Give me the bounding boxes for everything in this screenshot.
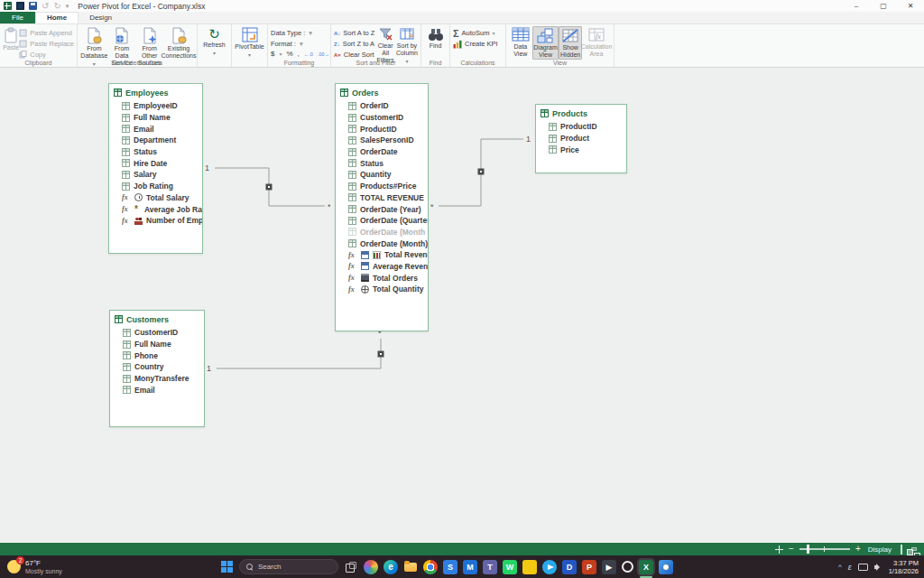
fit-to-screen-icon[interactable] (775, 545, 783, 554)
decrease-decimal-button[interactable]: .00→ (318, 51, 329, 57)
field-status[interactable]: Status (122, 146, 202, 158)
close-button[interactable]: ✕ (897, 0, 924, 12)
field-orderdate-year[interactable]: OrderDate (Year) (348, 203, 428, 215)
tab-home[interactable]: Home (35, 12, 79, 23)
field-price[interactable]: Price (549, 144, 626, 155)
diagram-canvas[interactable]: 1 * 1 * * 1 EmployeesEmployeeIDFull Name… (0, 68, 924, 543)
grid-view-toggle[interactable] (899, 545, 904, 555)
field-email[interactable]: Email (122, 123, 202, 135)
weather-widget[interactable]: 2 67°F Mostly sunny (0, 559, 135, 575)
show-hidden-button[interactable]: Show Hidden (559, 26, 582, 60)
clock[interactable]: 3:37 PM 1/18/2026 (889, 559, 919, 575)
power-bi-icon[interactable] (522, 560, 537, 574)
field-products-price[interactable]: Products#Price (348, 181, 428, 192)
record-icon[interactable] (622, 561, 633, 573)
edge-icon[interactable]: e (383, 560, 398, 574)
field-monytransfere[interactable]: MonyTransfere (123, 373, 204, 385)
currency-button[interactable]: $ (271, 50, 274, 58)
zoom-out-button[interactable]: − (789, 545, 794, 554)
minimize-button[interactable]: – (843, 0, 870, 12)
diagram-view-button[interactable]: Diagram View (532, 26, 559, 60)
clear-sort-button[interactable]: A× Clear Sort (334, 50, 374, 60)
format-dropdown[interactable]: Format :▾ (271, 39, 328, 49)
increase-decimal-button[interactable]: ←.0 (304, 51, 313, 57)
field-country[interactable]: Country (123, 361, 204, 373)
chrome-icon[interactable] (423, 560, 438, 574)
telegram-icon[interactable] (542, 560, 557, 574)
field-salary[interactable]: Salary (122, 169, 202, 181)
entity-table-orders[interactable]: OrdersOrderIDCustomerIDProductIDSalesPer… (335, 83, 429, 331)
refresh-button[interactable]: ↻ Refresh▾ (200, 26, 228, 57)
search-box[interactable]: Search (239, 559, 338, 574)
existing-connections-button[interactable]: Existing Connections (163, 26, 194, 60)
field-salespersonid[interactable]: SalesPersonID (348, 135, 428, 146)
field-customerid[interactable]: CustomerID (123, 327, 204, 339)
entity-table-employees[interactable]: EmployeesEmployeeIDFull NameEmailDepartm… (108, 83, 203, 254)
teams-icon[interactable]: T (483, 560, 497, 574)
redo-icon[interactable]: ↻ (53, 2, 60, 10)
movies-icon[interactable]: ▶ (602, 560, 616, 574)
field-productid[interactable]: ProductID (549, 121, 626, 133)
field-orderid[interactable]: OrderID (348, 100, 428, 112)
entity-table-products[interactable]: ProductsProductIDProductPrice (535, 104, 627, 173)
field-product[interactable]: Product (549, 133, 626, 144)
field-customerid[interactable]: CustomerID (348, 112, 428, 124)
database-icon[interactable]: D (562, 560, 577, 574)
save-icon[interactable] (29, 2, 37, 10)
field-department[interactable]: Department (122, 135, 202, 146)
tab-file[interactable]: File (0, 12, 35, 23)
file-explorer-icon[interactable] (403, 560, 418, 574)
field-number-of-emplo[interactable]: fxNumber of Emplo... (122, 215, 202, 227)
field-total-orders[interactable]: fxTotal Orders (348, 272, 428, 284)
excel-icon[interactable]: X (639, 560, 653, 574)
field-total-quantity[interactable]: fxTotal Quantity (348, 284, 428, 295)
field-productid[interactable]: ProductID (348, 123, 428, 135)
field-quantity[interactable]: Quantity (348, 169, 428, 181)
tab-design[interactable]: Design (79, 12, 123, 23)
paste-replace-button[interactable]: Paste Replace (19, 39, 74, 49)
photos-icon[interactable] (659, 560, 673, 574)
field-orderdate-month-in[interactable]: OrderDate (Month In... (348, 227, 428, 238)
calculation-area-button[interactable]: fx Calculation Area (582, 26, 611, 58)
field-orderdate[interactable]: OrderDate (348, 146, 428, 158)
field-total-revenue[interactable]: fxTotal Revenue (348, 249, 428, 261)
data-type-dropdown[interactable]: Data Type :▾ (271, 28, 328, 38)
field-job-rating[interactable]: Job Rating (122, 181, 202, 192)
sort-z-to-a-button[interactable]: Z↓ Sort Z to A (334, 39, 374, 49)
comma-button[interactable]: , (298, 50, 300, 58)
clear-all-filters-button[interactable]: Clear All Filters (374, 26, 396, 64)
field-status[interactable]: Status (348, 157, 428, 169)
designer-icon[interactable] (364, 560, 378, 574)
copy-button[interactable]: Copy (19, 50, 74, 60)
speaker-icon[interactable] (874, 563, 882, 571)
start-button[interactable] (221, 561, 234, 573)
field-hire-date[interactable]: Hire Date (122, 157, 202, 169)
field-full-name[interactable]: Full Name (123, 339, 204, 350)
field-orderdate-month[interactable]: OrderDate (Month) (348, 238, 428, 249)
diagram-view-toggle[interactable] (911, 547, 917, 551)
field-employeeid[interactable]: EmployeeID (122, 100, 202, 112)
sort-a-to-z-button[interactable]: A↓ Sort A to Z (334, 28, 374, 38)
autosum-button[interactable]: Σ AutoSum▾ (453, 28, 498, 38)
whatsapp-icon[interactable]: W (503, 560, 517, 574)
field-phone[interactable]: Phone (123, 350, 204, 361)
field-average-job-rating[interactable]: fx*Average Job Rating (122, 203, 202, 215)
field-orderdate-quarter[interactable]: OrderDate (Quarter) (348, 215, 428, 227)
store-icon[interactable]: S (443, 560, 457, 574)
task-view-icon[interactable] (344, 560, 358, 574)
maximize-button[interactable]: ▢ (870, 0, 897, 12)
field-email[interactable]: Email (123, 384, 204, 396)
outlook-icon[interactable]: M (463, 560, 477, 574)
create-kpi-button[interactable]: Create KPI (453, 39, 498, 49)
entity-table-customers[interactable]: CustomersCustomerIDFull NamePhoneCountry… (109, 310, 205, 427)
percent-button[interactable]: % (286, 50, 292, 58)
find-button[interactable]: Find (424, 26, 447, 50)
qat-dropdown-icon[interactable]: ▾ (66, 3, 69, 10)
field-average-revenue[interactable]: fxAverage Revenue (348, 261, 428, 273)
tray-expand-icon[interactable]: ^ (838, 563, 842, 571)
field-total-salary[interactable]: fxTotal Salary (122, 192, 202, 204)
data-view-button[interactable]: Data View (509, 26, 532, 58)
pen-icon[interactable]: ε (848, 563, 852, 572)
zoom-slider[interactable] (799, 548, 850, 550)
paste-button[interactable]: Paste (3, 26, 19, 51)
